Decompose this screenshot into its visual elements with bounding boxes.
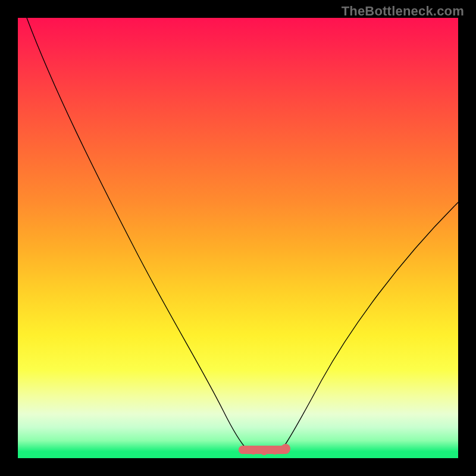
flat-seg-endpoint-right: [281, 444, 290, 453]
flat-seg-bump: [271, 447, 278, 455]
watermark-text: TheBottleneck.com: [342, 4, 464, 19]
chart-frame: TheBottleneck.com: [0, 0, 476, 476]
flat-seg-bump: [261, 448, 268, 455]
right-curve: [282, 202, 458, 449]
plot-area: [18, 18, 458, 458]
flat-seg-bump: [250, 447, 257, 455]
flat-seg-endpoint-left: [239, 446, 247, 454]
curve-layer: [18, 18, 458, 458]
left-curve: [27, 18, 247, 449]
